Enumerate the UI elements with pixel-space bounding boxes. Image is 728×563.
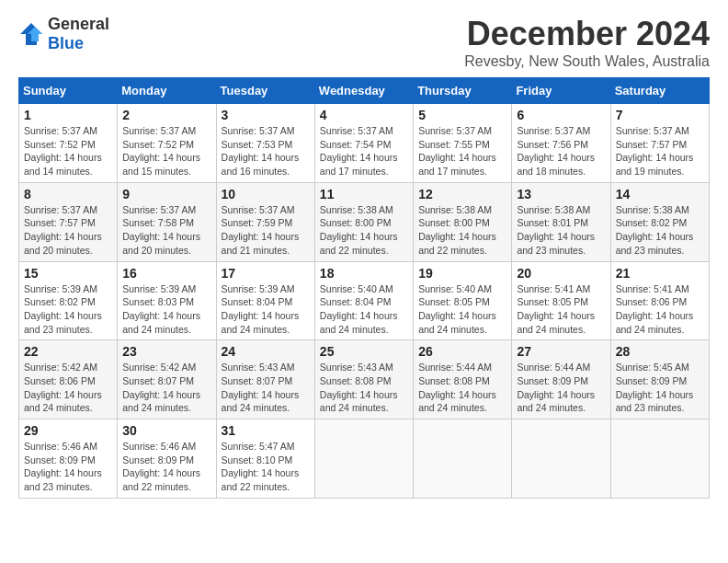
calendar-cell <box>414 419 512 499</box>
calendar-cell: 12Sunrise: 5:38 AMSunset: 8:00 PMDayligh… <box>414 182 512 261</box>
calendar-cell: 14Sunrise: 5:38 AMSunset: 8:02 PMDayligh… <box>610 182 709 261</box>
header-sunday: Sunday <box>19 78 118 104</box>
day-number: 29 <box>24 423 112 438</box>
day-number: 6 <box>517 108 605 122</box>
header-friday: Friday <box>512 78 610 104</box>
day-info: Sunrise: 5:40 AMSunset: 8:04 PMDaylight:… <box>320 282 408 337</box>
calendar-cell <box>512 419 610 499</box>
calendar-week-row: 15Sunrise: 5:39 AMSunset: 8:02 PMDayligh… <box>19 261 710 340</box>
day-info: Sunrise: 5:38 AMSunset: 8:00 PMDaylight:… <box>320 203 408 258</box>
day-info: Sunrise: 5:46 AMSunset: 8:09 PMDaylight:… <box>122 440 210 494</box>
calendar-cell: 16Sunrise: 5:39 AMSunset: 8:03 PMDayligh… <box>118 261 216 340</box>
calendar-cell: 2Sunrise: 5:37 AMSunset: 7:52 PMDaylight… <box>118 104 216 183</box>
calendar-cell: 3Sunrise: 5:37 AMSunset: 7:53 PMDaylight… <box>216 104 314 183</box>
calendar-cell: 25Sunrise: 5:43 AMSunset: 8:08 PMDayligh… <box>314 340 413 419</box>
calendar-cell: 29Sunrise: 5:46 AMSunset: 8:09 PMDayligh… <box>19 419 118 499</box>
calendar-cell: 19Sunrise: 5:40 AMSunset: 8:05 PMDayligh… <box>414 261 512 340</box>
calendar-cell: 18Sunrise: 5:40 AMSunset: 8:04 PMDayligh… <box>314 261 413 340</box>
calendar-week-row: 22Sunrise: 5:42 AMSunset: 8:06 PMDayligh… <box>19 340 710 419</box>
day-info: Sunrise: 5:37 AMSunset: 7:52 PMDaylight:… <box>122 124 210 178</box>
day-number: 11 <box>320 187 408 201</box>
calendar-cell: 20Sunrise: 5:41 AMSunset: 8:05 PMDayligh… <box>512 261 610 340</box>
day-number: 2 <box>122 108 210 122</box>
calendar-cell <box>610 419 709 499</box>
day-number: 27 <box>517 344 605 359</box>
day-number: 7 <box>616 108 704 122</box>
day-number: 18 <box>320 266 408 281</box>
day-number: 24 <box>222 344 310 359</box>
day-number: 26 <box>418 344 506 359</box>
calendar-cell: 5Sunrise: 5:37 AMSunset: 7:55 PMDaylight… <box>414 104 512 183</box>
day-info: Sunrise: 5:39 AMSunset: 8:02 PMDaylight:… <box>24 282 112 337</box>
day-number: 10 <box>222 187 310 201</box>
calendar-table: SundayMondayTuesdayWednesdayThursdayFrid… <box>18 77 710 499</box>
day-info: Sunrise: 5:37 AMSunset: 7:52 PMDaylight:… <box>24 124 112 178</box>
calendar-cell: 11Sunrise: 5:38 AMSunset: 8:00 PMDayligh… <box>314 182 413 261</box>
page-header: General Blue December 2024 Revesby, New … <box>18 15 710 70</box>
header-tuesday: Tuesday <box>216 78 314 104</box>
calendar-cell: 31Sunrise: 5:47 AMSunset: 8:10 PMDayligh… <box>216 419 314 499</box>
day-info: Sunrise: 5:37 AMSunset: 7:54 PMDaylight:… <box>320 124 408 178</box>
day-info: Sunrise: 5:37 AMSunset: 7:53 PMDaylight:… <box>222 124 310 178</box>
calendar-cell: 8Sunrise: 5:37 AMSunset: 7:57 PMDaylight… <box>19 182 118 261</box>
day-info: Sunrise: 5:38 AMSunset: 8:00 PMDaylight:… <box>418 203 506 258</box>
day-info: Sunrise: 5:43 AMSunset: 8:07 PMDaylight:… <box>222 361 310 415</box>
calendar-cell: 22Sunrise: 5:42 AMSunset: 8:06 PMDayligh… <box>19 340 118 419</box>
calendar-cell: 21Sunrise: 5:41 AMSunset: 8:06 PMDayligh… <box>610 261 709 340</box>
day-number: 4 <box>320 108 408 122</box>
calendar-cell: 24Sunrise: 5:43 AMSunset: 8:07 PMDayligh… <box>216 340 314 419</box>
day-number: 14 <box>616 187 704 201</box>
header-saturday: Saturday <box>610 78 709 104</box>
calendar-cell <box>314 419 413 499</box>
day-info: Sunrise: 5:37 AMSunset: 7:59 PMDaylight:… <box>222 203 310 258</box>
logo-icon <box>18 21 44 47</box>
day-number: 30 <box>122 423 210 438</box>
month-title: December 2024 <box>464 15 710 53</box>
day-number: 20 <box>517 266 605 281</box>
day-number: 3 <box>222 108 310 122</box>
day-info: Sunrise: 5:44 AMSunset: 8:08 PMDaylight:… <box>418 361 506 415</box>
day-number: 15 <box>24 266 112 281</box>
logo-text: General Blue <box>48 15 109 53</box>
day-number: 23 <box>122 344 210 359</box>
calendar-cell: 4Sunrise: 5:37 AMSunset: 7:54 PMDaylight… <box>314 104 413 183</box>
calendar-week-row: 8Sunrise: 5:37 AMSunset: 7:57 PMDaylight… <box>19 182 710 261</box>
day-info: Sunrise: 5:37 AMSunset: 7:57 PMDaylight:… <box>24 203 112 258</box>
day-info: Sunrise: 5:37 AMSunset: 7:58 PMDaylight:… <box>122 203 210 258</box>
day-number: 1 <box>24 108 112 122</box>
calendar-cell: 26Sunrise: 5:44 AMSunset: 8:08 PMDayligh… <box>414 340 512 419</box>
title-area: December 2024 Revesby, New South Wales, … <box>464 15 710 70</box>
day-info: Sunrise: 5:44 AMSunset: 8:09 PMDaylight:… <box>517 361 605 415</box>
day-info: Sunrise: 5:43 AMSunset: 8:08 PMDaylight:… <box>320 361 408 415</box>
day-info: Sunrise: 5:41 AMSunset: 8:06 PMDaylight:… <box>616 282 704 337</box>
calendar-cell: 10Sunrise: 5:37 AMSunset: 7:59 PMDayligh… <box>216 182 314 261</box>
calendar-header-row: SundayMondayTuesdayWednesdayThursdayFrid… <box>19 78 710 104</box>
header-thursday: Thursday <box>414 78 512 104</box>
calendar-cell: 30Sunrise: 5:46 AMSunset: 8:09 PMDayligh… <box>118 419 216 499</box>
day-info: Sunrise: 5:39 AMSunset: 8:04 PMDaylight:… <box>222 282 310 337</box>
day-info: Sunrise: 5:42 AMSunset: 8:06 PMDaylight:… <box>24 361 112 415</box>
header-monday: Monday <box>118 78 216 104</box>
calendar-cell: 1Sunrise: 5:37 AMSunset: 7:52 PMDaylight… <box>19 104 118 183</box>
day-info: Sunrise: 5:46 AMSunset: 8:09 PMDaylight:… <box>24 440 112 494</box>
day-number: 8 <box>24 187 112 201</box>
calendar-week-row: 29Sunrise: 5:46 AMSunset: 8:09 PMDayligh… <box>19 419 710 499</box>
day-number: 21 <box>616 266 704 281</box>
day-number: 16 <box>122 266 210 281</box>
day-info: Sunrise: 5:45 AMSunset: 8:09 PMDaylight:… <box>616 361 704 415</box>
day-info: Sunrise: 5:38 AMSunset: 8:02 PMDaylight:… <box>616 203 704 258</box>
day-info: Sunrise: 5:42 AMSunset: 8:07 PMDaylight:… <box>122 361 210 415</box>
location-title: Revesby, New South Wales, Australia <box>464 53 710 70</box>
logo: General Blue <box>18 15 109 53</box>
calendar-cell: 13Sunrise: 5:38 AMSunset: 8:01 PMDayligh… <box>512 182 610 261</box>
day-info: Sunrise: 5:47 AMSunset: 8:10 PMDaylight:… <box>222 440 310 494</box>
day-info: Sunrise: 5:39 AMSunset: 8:03 PMDaylight:… <box>122 282 210 337</box>
day-info: Sunrise: 5:41 AMSunset: 8:05 PMDaylight:… <box>517 282 605 337</box>
calendar-cell: 9Sunrise: 5:37 AMSunset: 7:58 PMDaylight… <box>118 182 216 261</box>
calendar-week-row: 1Sunrise: 5:37 AMSunset: 7:52 PMDaylight… <box>19 104 710 183</box>
day-number: 12 <box>418 187 506 201</box>
calendar-cell: 7Sunrise: 5:37 AMSunset: 7:57 PMDaylight… <box>610 104 709 183</box>
day-number: 28 <box>616 344 704 359</box>
day-info: Sunrise: 5:37 AMSunset: 7:56 PMDaylight:… <box>517 124 605 178</box>
day-number: 13 <box>517 187 605 201</box>
